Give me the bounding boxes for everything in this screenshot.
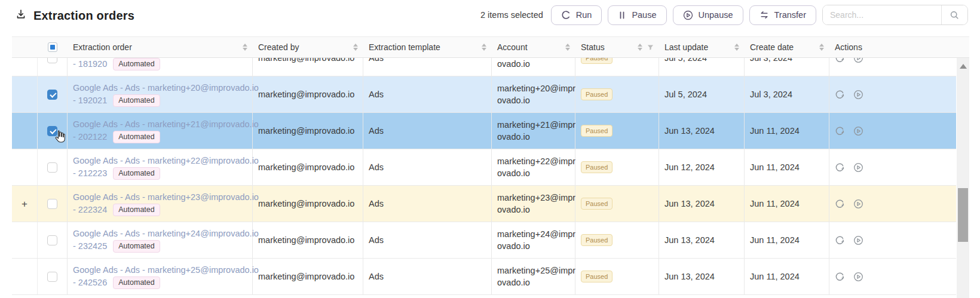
play-icon[interactable] [853, 58, 863, 63]
vertical-scrollbar[interactable] [957, 58, 969, 298]
run-button[interactable]: Run [551, 5, 602, 25]
sort-icon[interactable] [634, 44, 642, 51]
order-link-suffix[interactable]: - 212223 [73, 167, 107, 180]
row-expander-cell[interactable] [12, 259, 38, 294]
transfer-button[interactable]: Transfer [749, 5, 816, 25]
table-row[interactable]: + Google Ads - Ads - marketing+23@improv… [12, 186, 956, 222]
sort-icon[interactable] [731, 44, 739, 51]
play-icon[interactable] [853, 199, 863, 209]
order-link[interactable]: Google Ads - Ads - marketing+20@improvad… [73, 82, 259, 94]
rerun-icon[interactable] [835, 199, 845, 209]
row-expander-cell[interactable]: + [12, 186, 38, 222]
rerun-icon[interactable] [835, 90, 845, 100]
transfer-icon [760, 10, 769, 20]
play-icon[interactable] [853, 272, 863, 282]
filter-icon[interactable] [647, 44, 654, 51]
search-icon[interactable] [941, 5, 967, 24]
row-expander-cell[interactable] [12, 76, 38, 112]
order-link[interactable]: Google Ads - Ads - marketing+22@improvad… [73, 155, 259, 167]
rerun-icon[interactable] [835, 162, 845, 173]
play-icon[interactable] [853, 235, 863, 245]
table-row[interactable]: - 181920 Automated marketing@improvado.i… [12, 58, 956, 76]
sort-icon[interactable] [239, 44, 247, 51]
row-checkbox[interactable] [47, 199, 57, 209]
rerun-icon[interactable] [835, 235, 845, 245]
table-row[interactable]: Google Ads - Ads - marketing+25@improvad… [12, 259, 956, 295]
row-checkbox[interactable] [47, 272, 57, 282]
automated-badge: Automated [113, 277, 160, 289]
order-link-suffix[interactable]: - 232425 [73, 240, 107, 253]
order-link-suffix[interactable]: - 181920 [73, 58, 107, 70]
rerun-icon[interactable] [835, 58, 845, 63]
created-by-cell: marketing@improvado.io [253, 149, 363, 185]
actions-cell [829, 222, 956, 258]
play-icon[interactable] [853, 126, 863, 136]
column-header-status[interactable]: Status [575, 37, 659, 57]
order-link[interactable]: Google Ads - Ads - marketing+24@improvad… [73, 228, 259, 240]
unpause-button[interactable]: Unpause [673, 5, 743, 25]
extraction-order-cell: Google Ads - Ads - marketing+24@improvad… [68, 222, 253, 258]
status-cell: Paused [575, 149, 659, 185]
table-body: - 181920 Automated marketing@improvado.i… [12, 58, 956, 295]
header-scrollbar-pad [956, 37, 969, 57]
status-cell: Paused [575, 186, 659, 222]
status-badge: Paused [581, 198, 612, 210]
select-all-checkbox[interactable] [48, 42, 57, 52]
search-input[interactable] [823, 5, 941, 24]
column-header-last-update[interactable]: Last update [659, 37, 745, 57]
row-checkbox[interactable] [47, 58, 57, 63]
order-link-suffix[interactable]: - 222324 [73, 204, 107, 216]
status-badge: Paused [581, 58, 612, 64]
row-expander-cell[interactable] [12, 222, 38, 258]
pause-button[interactable]: Pause [608, 5, 666, 25]
order-link[interactable]: Google Ads - Ads - marketing+23@improvad… [73, 191, 259, 204]
table-row[interactable]: Google Ads - Ads - marketing+20@improvad… [12, 76, 956, 113]
row-checkbox[interactable] [47, 235, 57, 245]
scroll-up-arrow-icon[interactable] [960, 64, 967, 69]
column-header-extraction-order[interactable]: Extraction order [68, 37, 253, 57]
order-link-suffix[interactable]: - 242526 [73, 277, 107, 289]
row-checkbox[interactable] [47, 90, 57, 100]
last-update-cell: Jun 13, 2024 [659, 259, 745, 294]
row-expander-cell[interactable] [12, 149, 38, 185]
actions-cell [829, 76, 956, 112]
status-cell: Paused [575, 222, 659, 258]
status-badge: Paused [581, 88, 612, 100]
row-checkbox[interactable] [47, 126, 57, 136]
play-icon[interactable] [853, 90, 863, 100]
column-header-extraction-template[interactable]: Extraction template [363, 37, 492, 57]
order-link[interactable]: Google Ads - Ads - marketing+21@improvad… [73, 118, 259, 131]
table-row[interactable]: Google Ads - Ads - marketing+22@improvad… [12, 149, 956, 186]
table-row[interactable]: Google Ads - Ads - marketing+21@improvad… [12, 113, 956, 149]
scrollbar-thumb[interactable] [958, 188, 968, 242]
order-link-suffix[interactable]: - 192021 [73, 94, 107, 107]
extraction-order-cell: Google Ads - Ads - marketing+21@improvad… [68, 113, 253, 149]
expand-plus-icon[interactable]: + [22, 199, 27, 209]
table-row[interactable]: Google Ads - Ads - marketing+24@improvad… [12, 222, 956, 259]
sort-icon[interactable] [350, 44, 358, 51]
row-expander-cell[interactable] [12, 113, 38, 149]
column-header-account[interactable]: Account [492, 37, 575, 57]
title-bar: Extraction orders 2 items selected Run P… [0, 0, 980, 36]
status-badge: Paused [581, 161, 612, 173]
order-link-suffix[interactable]: - 202122 [73, 131, 107, 143]
rerun-icon[interactable] [835, 126, 845, 136]
create-date-cell: Jun 11, 2024 [745, 259, 829, 294]
sort-icon[interactable] [478, 44, 486, 51]
order-link[interactable]: Google Ads - Ads - marketing+25@improvad… [73, 264, 259, 277]
column-header-created-by[interactable]: Created by [253, 37, 363, 57]
sort-icon[interactable] [816, 44, 824, 51]
row-checkbox[interactable] [47, 162, 57, 173]
extraction-order-cell: - 181920 Automated [68, 58, 253, 76]
status-badge: Paused [581, 125, 612, 137]
sort-icon[interactable] [562, 44, 570, 51]
extraction-order-cell: Google Ads - Ads - marketing+20@improvad… [68, 76, 253, 112]
toolbar: 2 items selected Run Pause [480, 5, 968, 25]
column-header-create-date[interactable]: Create date [745, 37, 829, 57]
play-icon[interactable] [853, 162, 863, 173]
create-date-cell: Jun 11, 2024 [745, 186, 829, 222]
pause-icon [618, 11, 626, 20]
row-expander-cell[interactable] [12, 58, 38, 76]
extraction-template-cell: Ads [363, 259, 492, 294]
rerun-icon[interactable] [835, 272, 845, 282]
